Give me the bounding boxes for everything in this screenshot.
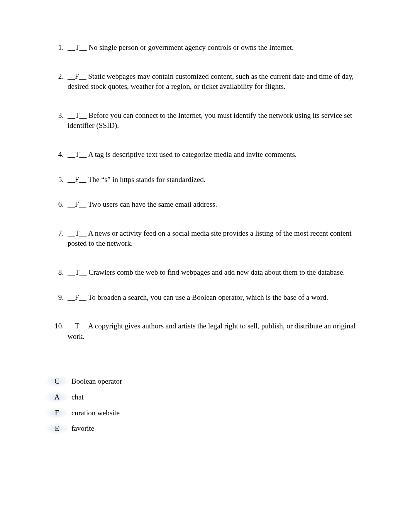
answer-marker: __T__ [68, 43, 87, 51]
match-letter-wrap: F [46, 408, 68, 418]
match-row-2: A chat [46, 392, 364, 403]
question-body: Static webpages may contain customized c… [68, 72, 354, 91]
match-term: curation website [68, 408, 120, 418]
match-row-3: F curation website [46, 408, 364, 418]
question-1: 1. __T__ No single person or government … [54, 42, 364, 53]
match-letter: C [54, 377, 59, 385]
answer-marker: __T__ [68, 150, 87, 158]
true-false-questions: 1. __T__ No single person or government … [54, 42, 364, 342]
question-text: __F__ The “s” in https stands for standa… [68, 175, 364, 185]
question-number: 2. [54, 71, 68, 82]
match-term: Boolean operator [68, 376, 122, 387]
question-body: Before you can connect to the Internet, … [68, 111, 352, 130]
match-term: chat [68, 392, 84, 403]
question-2: 2. __F__ Static webpages may contain cus… [54, 71, 364, 92]
match-row-1: C Boolean operator [46, 376, 364, 387]
answer-marker: __F__ [68, 200, 86, 208]
answer-marker: __F__ [68, 175, 86, 184]
answer-marker: __T__ [68, 229, 87, 237]
question-7: 7. __T__ A news or activity feed on a so… [54, 228, 364, 249]
match-letter-wrap: E [46, 423, 68, 434]
match-letter-wrap: C [46, 376, 68, 387]
question-text: __T__ Before you can connect to the Inte… [68, 110, 364, 131]
question-text: __T__ A copyright gives authors and arti… [68, 321, 364, 342]
matching-section: C Boolean operator A chat F curation web… [46, 376, 364, 433]
question-text: __T__ A news or activity feed on a socia… [68, 228, 364, 249]
question-number: 3. [54, 110, 68, 121]
match-letter: E [55, 424, 59, 432]
question-9: 9. __F__ To broaden a search, you can us… [54, 292, 364, 303]
question-5: 5. __F__ The “s” in https stands for sta… [54, 175, 364, 185]
question-8: 8. __T__ Crawlers comb the web to find w… [54, 267, 364, 278]
answer-marker: __T__ [68, 268, 87, 276]
question-10: 10. __T__ A copyright gives authors and … [54, 321, 364, 342]
question-number: 6. [54, 199, 68, 210]
answer-marker: __T__ [68, 111, 87, 119]
question-text: __T__ No single person or government age… [68, 42, 364, 53]
question-6: 6. __F__ Two users can have the same ema… [54, 199, 364, 210]
question-number: 7. [54, 228, 68, 239]
question-number: 9. [54, 292, 68, 303]
question-body: The “s” in https stands for standardized… [86, 175, 206, 184]
match-letter-wrap: A [46, 392, 68, 403]
match-letter: F [55, 409, 59, 417]
question-body: A copyright gives authors and artists th… [68, 322, 356, 340]
question-number: 8. [54, 267, 68, 278]
question-body: Two users can have the same email addres… [86, 200, 217, 208]
question-3: 3. __T__ Before you can connect to the I… [54, 110, 364, 131]
question-body: A tag is descriptive text used to catego… [87, 150, 297, 158]
question-4: 4. __T__ A tag is descriptive text used … [54, 150, 364, 160]
match-letter: A [54, 393, 60, 401]
question-body: Crawlers comb the web to find webpages a… [87, 268, 345, 276]
question-text: __T__ A tag is descriptive text used to … [68, 150, 364, 160]
question-text: __F__ Two users can have the same email … [68, 199, 364, 210]
question-number: 10. [54, 321, 68, 331]
answer-marker: __F__ [68, 72, 86, 80]
match-row-4: E favorite [46, 423, 364, 434]
question-number: 1. [54, 42, 68, 53]
answer-marker: __F__ [68, 293, 86, 301]
question-text: __F__ Static webpages may contain custom… [68, 71, 364, 92]
answer-marker: __T__ [68, 322, 87, 330]
question-number: 5. [54, 175, 68, 185]
question-body: A news or activity feed on a social medi… [68, 229, 352, 248]
match-term: favorite [68, 423, 94, 434]
question-text: __T__ Crawlers comb the web to find webp… [68, 267, 364, 278]
question-text: __F__ To broaden a search, you can use a… [68, 292, 364, 303]
question-number: 4. [54, 150, 68, 160]
question-body: To broaden a search, you can use a Boole… [86, 293, 328, 301]
question-body: No single person or government agency co… [87, 43, 294, 51]
